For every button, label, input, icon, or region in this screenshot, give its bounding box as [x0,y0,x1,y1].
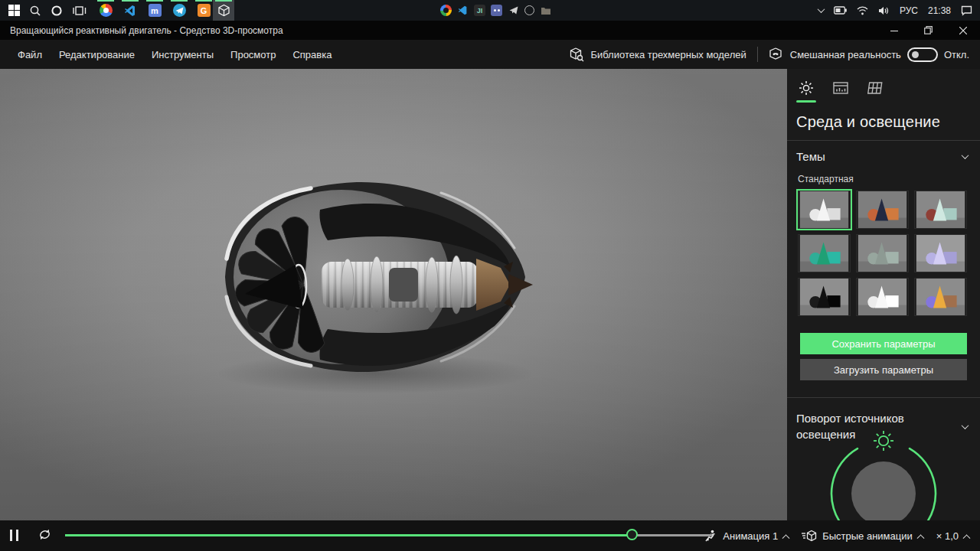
quick-animations-selector[interactable]: Быстрые анимации [799,530,926,542]
menu-help[interactable]: Справка [284,40,340,69]
dial-sun-icon [874,431,893,451]
pause-button[interactable] [10,530,18,541]
discord-icon[interactable] [491,5,502,16]
clock[interactable]: 21:38 [928,5,951,16]
tab-grid[interactable] [865,78,885,98]
theme-thumbnail[interactable] [798,234,851,272]
timeline-track[interactable] [65,534,712,536]
restore-icon [924,26,933,34]
light-rotation-dial[interactable] [787,429,980,520]
minimize-button[interactable] [877,21,911,40]
pause-icon [16,530,18,541]
vscode-icon [124,5,136,17]
mixed-reality-toggle[interactable] [907,47,938,62]
cortana-button[interactable] [47,0,67,21]
model-library-icon [569,47,584,62]
show-hidden-icons-chevron[interactable] [817,5,825,13]
taskbar: m G JI РУС 21:38 [0,0,980,21]
wifi-icon[interactable] [857,6,868,15]
g-app-icon: G [198,4,211,17]
mixed-reality-label: Смешанная реальность [790,49,901,60]
chevron-up-icon [916,534,924,542]
windows-logo-icon [8,5,20,16]
grid-icon [867,81,884,95]
speed-label: × 1,0 [936,530,959,542]
theme-thumbnail[interactable] [856,278,909,316]
theme-thumbnail[interactable] [856,234,909,272]
themes-section-title: Темы [796,150,825,163]
selected-theme-name: Стандартная [787,168,980,189]
3d-viewer-app-button[interactable] [214,0,234,21]
theme-thumbnail[interactable] [914,278,967,316]
code-icon[interactable] [457,5,469,16]
jet-engine-model [213,168,550,385]
timeline-playhead[interactable] [626,529,638,540]
loop-icon [38,528,52,541]
model-library-button[interactable]: Библиотека трехмерных моделей [569,47,746,62]
theme-thumbnail[interactable] [798,278,851,316]
vscode-app-button[interactable] [120,0,140,21]
quick-animations-label: Быстрые анимации [822,530,913,542]
theme-thumbnail[interactable] [914,234,967,272]
close-icon [959,27,967,34]
screen: m G JI РУС 21:38 [0,0,980,551]
model-library-label: Библиотека трехмерных моделей [590,49,746,60]
task-view-icon [73,5,87,17]
messenger-app-button[interactable]: m [145,0,165,21]
menu-file[interactable]: Файл [9,40,51,69]
telegram-icon [173,4,186,17]
task-view-button[interactable] [70,0,90,21]
timeline-progress [65,534,632,536]
theme-thumbnail[interactable] [856,191,909,229]
chevron-up-icon [963,534,971,542]
chrome-app-button[interactable] [96,0,116,21]
close-button[interactable] [946,21,980,40]
action-center-icon[interactable] [961,5,972,16]
g-app-button[interactable]: G [194,0,214,21]
settings-sidebar: Среда и освещение Темы Стандартная [787,69,980,520]
telegram-app-button[interactable] [169,0,189,21]
window-title: Вращающийся реактивный двигатель - Средс… [0,25,283,36]
load-parameters-button[interactable]: Загрузить параметры [800,359,967,380]
theme-grid [787,189,980,325]
3d-viewport[interactable] [0,69,787,520]
language-indicator[interactable]: РУС [900,5,918,16]
title-bar: Вращающийся реактивный двигатель - Средс… [0,21,980,40]
menu-tools[interactable]: Инструменты [143,40,222,69]
quick-animations-icon [802,530,817,542]
tab-environment-lighting[interactable] [796,78,816,98]
phone-icon[interactable] [524,5,534,15]
stats-panel-icon [833,81,848,95]
theme-thumbnail-standard[interactable] [798,191,851,229]
3d-viewer-cube-icon [217,4,230,17]
playback-controls-right: Анимация 1 Быстрые анимации × 1,0 [701,520,972,551]
restore-button[interactable] [911,21,946,40]
chevron-down-icon [962,152,969,159]
speed-selector[interactable]: × 1,0 [933,530,972,542]
google-icon[interactable] [440,5,452,16]
pause-icon [10,530,12,541]
theme-thumbnail[interactable] [914,191,967,229]
themes-section-header[interactable]: Темы [787,141,980,168]
tab-stats-panel[interactable] [831,78,851,98]
jetbrains-icon[interactable]: JI [474,5,485,16]
dial-knob [851,461,916,520]
animation-label: Анимация 1 [723,530,778,542]
search-button[interactable] [25,0,45,21]
animation-selector[interactable]: Анимация 1 [701,530,792,542]
loop-button[interactable] [38,528,52,544]
menu-edit[interactable]: Редактирование [51,40,143,69]
mixed-reality-icon [769,47,784,61]
taskbar-overflow-icons: JI [440,0,551,21]
folder-icon[interactable] [540,5,551,16]
volume-icon[interactable] [878,6,890,15]
telegram-tray-icon[interactable] [508,5,519,16]
sidebar-tabs [787,69,980,98]
save-parameters-button[interactable]: Сохранить параметры [800,333,967,354]
system-tray: РУС 21:38 [818,0,980,21]
start-button[interactable] [4,0,24,21]
menu-view[interactable]: Просмотр [222,40,284,69]
search-icon [29,5,41,17]
battery-icon[interactable] [834,6,847,15]
sun-icon [799,80,814,96]
